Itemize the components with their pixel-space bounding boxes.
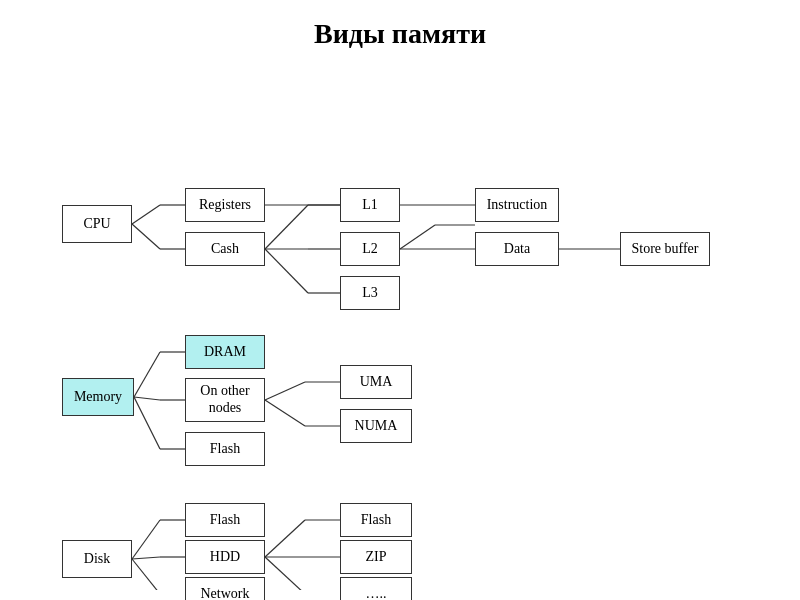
cash-box: Cash (185, 232, 265, 266)
l2-box: L2 (340, 232, 400, 266)
disk-box: Disk (62, 540, 132, 578)
flash-right-box: Flash (340, 503, 412, 537)
svg-line-1 (132, 224, 160, 249)
svg-line-0 (132, 205, 160, 224)
uma-box: UMA (340, 365, 412, 399)
svg-line-29 (132, 559, 160, 590)
svg-line-27 (132, 520, 160, 559)
flash-disk-box: Flash (185, 503, 265, 537)
svg-line-24 (265, 400, 305, 426)
dots-box: ….. (340, 577, 412, 600)
instruction-box: Instruction (475, 188, 559, 222)
l1-box: L1 (340, 188, 400, 222)
svg-line-17 (134, 352, 160, 397)
l3-box: L3 (340, 276, 400, 310)
memory-box: Memory (62, 378, 134, 416)
svg-line-28 (132, 557, 160, 559)
svg-line-33 (265, 520, 305, 557)
svg-line-19 (134, 397, 160, 449)
svg-line-7 (265, 249, 308, 293)
svg-line-5 (265, 205, 308, 249)
registers-box: Registers (185, 188, 265, 222)
on-other-nodes-box: On other nodes (185, 378, 265, 422)
zip-box: ZIP (340, 540, 412, 574)
diagram: CPURegistersCashL1L2L3InstructionDataSto… (0, 60, 800, 590)
svg-line-35 (265, 557, 305, 590)
data-box: Data (475, 232, 559, 266)
svg-line-18 (134, 397, 160, 400)
page-title: Виды памяти (0, 0, 800, 60)
numa-box: NUMA (340, 409, 412, 443)
dram-box: DRAM (185, 335, 265, 369)
cpu-box: CPU (62, 205, 132, 243)
hdd-box: HDD (185, 540, 265, 574)
store-buffer-box: Store buffer (620, 232, 710, 266)
svg-line-23 (265, 382, 305, 400)
svg-line-12 (400, 225, 435, 249)
network-box: Network (185, 577, 265, 600)
flash-mem-box: Flash (185, 432, 265, 466)
